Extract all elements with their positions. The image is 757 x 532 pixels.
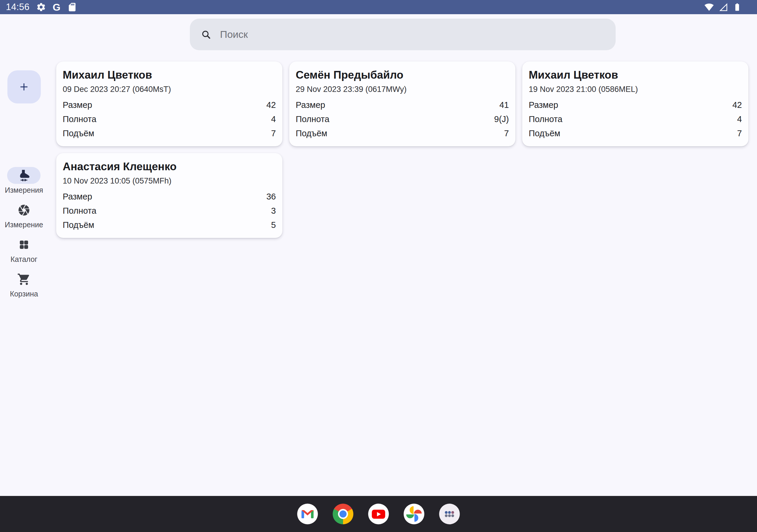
spec-label: Подъём (296, 126, 327, 140)
spec-value: 7 (737, 126, 742, 140)
card-date: 10 Nov 2023 10:05 (0575MFh) (63, 176, 276, 186)
nav-rail: Измерения Измерение Каталог Корзина (0, 70, 48, 305)
battery-icon (733, 3, 742, 12)
sidebar-item-measurements[interactable]: Измерения (5, 167, 43, 194)
spec-row: Подъём7 (296, 126, 509, 140)
measurement-card[interactable]: Михаил Цветков 19 Nov 2023 21:00 (0586ME… (522, 62, 748, 146)
status-bar: 14:56 G (0, 0, 757, 14)
spec-row: Полнота4 (529, 112, 742, 126)
sidebar-item-measurement[interactable]: Измерение (5, 202, 43, 229)
search-bar[interactable] (190, 18, 616, 50)
spec-row: Размер42 (63, 98, 276, 112)
spec-value: 36 (266, 190, 276, 204)
search-icon (200, 29, 212, 40)
spec-row: Полнота9(J) (296, 112, 509, 126)
card-title: Михаил Цветков (63, 69, 276, 81)
shutter-icon (17, 204, 30, 217)
spec-value: 4 (271, 112, 276, 126)
spec-label: Размер (529, 98, 558, 112)
spec-row: Размер41 (296, 98, 509, 112)
wifi-icon (704, 2, 714, 12)
spec-label: Подъём (63, 126, 94, 140)
app-drawer-icon[interactable] (439, 504, 460, 524)
spec-label: Размер (296, 98, 325, 112)
foot-measure-icon (17, 169, 31, 182)
spec-label: Размер (63, 98, 92, 112)
spec-value: 42 (266, 98, 276, 112)
cart-icon (17, 273, 31, 286)
sidebar-item-catalog[interactable]: Каталог (7, 236, 41, 264)
spec-row: Подъём7 (63, 126, 276, 140)
spec-value: 5 (271, 218, 276, 232)
spec-label: Размер (63, 190, 92, 204)
spec-row: Подъём5 (63, 218, 276, 232)
sidebar-item-cart[interactable]: Корзина (7, 271, 41, 298)
card-title: Анастасия Клещенко (63, 160, 276, 173)
measurement-card[interactable]: Михаил Цветков 09 Dec 2023 20:27 (0640Ms… (56, 62, 283, 146)
spec-row: Полнота3 (63, 204, 276, 218)
measurement-card[interactable]: Семён Предыбайло 29 Nov 2023 23:39 (0617… (289, 62, 515, 146)
card-date: 29 Nov 2023 23:39 (0617MWy) (296, 84, 509, 94)
clock: 14:56 (6, 2, 30, 13)
google-g-icon: G (53, 2, 60, 12)
sidebar-item-label: Каталог (11, 255, 38, 264)
sidebar-item-label: Измерение (5, 221, 43, 229)
spec-value: 9(J) (494, 112, 509, 126)
spec-value: 7 (504, 126, 509, 140)
spec-label: Полнота (296, 112, 329, 126)
android-gear-icon (36, 2, 46, 12)
spec-row: Подъём7 (529, 126, 742, 140)
spec-value: 7 (271, 126, 276, 140)
spec-value: 42 (733, 98, 742, 112)
spec-value: 3 (271, 204, 276, 218)
spec-row: Полнота4 (63, 112, 276, 126)
chrome-icon[interactable] (333, 504, 353, 524)
search-input[interactable] (220, 29, 605, 40)
gmail-icon[interactable] (297, 504, 318, 524)
spec-row: Размер42 (529, 98, 742, 112)
spec-label: Полнота (63, 112, 96, 126)
spec-value: 41 (500, 98, 509, 112)
measurement-card[interactable]: Анастасия Клещенко 10 Nov 2023 10:05 (05… (56, 153, 283, 238)
card-title: Михаил Цветков (529, 69, 742, 81)
photos-icon[interactable] (404, 504, 424, 524)
sidebar-item-label: Корзина (10, 290, 38, 298)
card-title: Семён Предыбайло (296, 69, 509, 81)
grid-icon (18, 239, 30, 251)
spec-row: Размер36 (63, 190, 276, 204)
taskbar (0, 496, 757, 532)
plus-icon (18, 81, 30, 93)
sidebar-item-label: Измерения (5, 186, 43, 194)
spec-label: Полнота (529, 112, 562, 126)
spec-label: Подъём (63, 218, 94, 232)
sd-card-icon (67, 2, 77, 12)
spec-label: Подъём (529, 126, 560, 140)
measurement-card-grid: Михаил Цветков 09 Dec 2023 20:27 (0640Ms… (56, 62, 748, 238)
cell-signal-icon (718, 2, 728, 12)
youtube-icon[interactable] (368, 504, 389, 524)
card-date: 09 Dec 2023 20:27 (0640MsT) (63, 84, 276, 94)
spec-label: Полнота (63, 204, 96, 218)
card-date: 19 Nov 2023 21:00 (0586MEL) (529, 84, 742, 94)
spec-value: 4 (737, 112, 742, 126)
add-measurement-button[interactable] (7, 70, 41, 103)
